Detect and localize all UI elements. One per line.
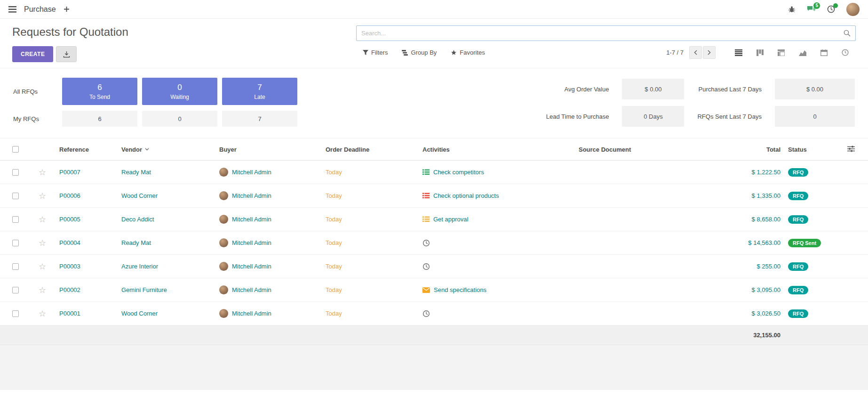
purchased-last-7-days[interactable]: $ 0.00 <box>775 79 855 99</box>
app-name[interactable]: Purchase <box>24 5 56 14</box>
table-row[interactable]: ☆ P00004 Ready Mat Mitchell Admin Today … <box>0 231 868 255</box>
select-all-checkbox[interactable] <box>12 146 19 153</box>
activity-icon[interactable] <box>422 169 430 175</box>
pivot-view-icon[interactable] <box>771 47 792 58</box>
activity-icon[interactable] <box>422 239 430 247</box>
vendor-link[interactable]: Azure Interior <box>121 263 158 270</box>
header-status[interactable]: Status <box>780 146 836 153</box>
table-row[interactable]: ☆ P00001 Wood Corner Mitchell Admin Toda… <box>0 302 868 325</box>
row-checkbox[interactable] <box>12 263 19 270</box>
reference-link[interactable]: P00002 <box>59 286 80 293</box>
header-total[interactable]: Total <box>693 146 780 153</box>
export-button[interactable] <box>56 46 77 62</box>
header-activities[interactable]: Activities <box>422 146 579 153</box>
my-waiting-count[interactable]: 0 <box>142 111 217 127</box>
messages-icon[interactable]: 5 <box>807 6 816 13</box>
row-checkbox[interactable] <box>12 216 19 223</box>
user-avatar[interactable] <box>846 3 860 16</box>
activity-label[interactable]: Check optional products <box>433 192 499 199</box>
vendor-link[interactable]: Ready Mat <box>121 239 151 246</box>
activity-icon[interactable] <box>422 310 430 317</box>
reference-link[interactable]: P00007 <box>59 169 80 176</box>
vendor-link[interactable]: Ready Mat <box>121 169 151 176</box>
reference-link[interactable]: P00004 <box>59 239 80 246</box>
activity-icon[interactable] <box>422 193 430 199</box>
search-icon[interactable] <box>844 30 855 37</box>
activity-icon[interactable] <box>422 263 430 270</box>
vendor-link[interactable]: Gemini Furniture <box>121 286 167 293</box>
rfqs-sent-last-7-days[interactable]: 0 <box>775 106 855 127</box>
tile-to-send[interactable]: 6 To Send <box>62 78 137 105</box>
activity-label[interactable]: Get approval <box>433 216 468 223</box>
vendor-link[interactable]: Deco Addict <box>121 216 154 223</box>
pager-next-button[interactable] <box>703 46 716 59</box>
search-input[interactable] <box>357 30 844 37</box>
buyer-link[interactable]: Mitchell Admin <box>232 239 271 246</box>
header-order-deadline[interactable]: Order Deadline <box>326 146 422 153</box>
buyer-link[interactable]: Mitchell Admin <box>232 169 271 176</box>
header-buyer[interactable]: Buyer <box>219 146 326 153</box>
vendor-link[interactable]: Wood Corner <box>121 310 158 317</box>
buyer-link[interactable]: Mitchell Admin <box>232 310 271 317</box>
favorite-star-icon[interactable]: ☆ <box>39 168 46 177</box>
order-deadline-value: Today <box>326 169 342 176</box>
row-checkbox[interactable] <box>12 169 19 176</box>
optional-columns-icon[interactable] <box>847 146 855 154</box>
buyer-link[interactable]: Mitchell Admin <box>232 286 271 293</box>
avg-order-value[interactable]: $ 0.00 <box>622 79 684 99</box>
reference-link[interactable]: P00006 <box>59 192 80 199</box>
favorite-star-icon[interactable]: ☆ <box>39 262 46 271</box>
debug-bug-icon[interactable] <box>788 6 796 13</box>
activities-clock-icon[interactable] <box>827 5 835 13</box>
lead-time-value[interactable]: 0 Days <box>622 106 684 127</box>
order-deadline-value: Today <box>326 192 342 199</box>
reference-link[interactable]: P00001 <box>59 310 80 317</box>
tile-late[interactable]: 7 Late <box>222 78 297 105</box>
buyer-link[interactable]: Mitchell Admin <box>232 192 271 199</box>
my-to-send-count[interactable]: 6 <box>62 111 137 127</box>
pager-previous-button[interactable] <box>689 46 702 59</box>
my-late-count[interactable]: 7 <box>222 111 297 127</box>
favorite-star-icon[interactable]: ☆ <box>39 215 46 224</box>
apps-menu-icon[interactable] <box>8 6 16 13</box>
table-row[interactable]: ☆ P00006 Wood Corner Mitchell Admin Toda… <box>0 184 868 208</box>
header-reference[interactable]: Reference <box>59 146 121 153</box>
buyer-link[interactable]: Mitchell Admin <box>232 216 271 223</box>
vendor-link[interactable]: Wood Corner <box>121 192 158 199</box>
table-row[interactable]: ☆ P00007 Ready Mat Mitchell Admin Today … <box>0 161 868 184</box>
favorites-button[interactable]: Favorites <box>451 49 485 56</box>
reference-link[interactable]: P00005 <box>59 216 80 223</box>
favorite-star-icon[interactable]: ☆ <box>39 192 46 200</box>
activity-icon[interactable] <box>422 216 430 222</box>
group-by-button[interactable]: Group By <box>402 49 437 56</box>
table-row[interactable]: ☆ P00005 Deco Addict Mitchell Admin Toda… <box>0 208 868 231</box>
favorite-star-icon[interactable]: ☆ <box>39 286 46 294</box>
favorite-star-icon[interactable]: ☆ <box>39 239 46 247</box>
row-checkbox[interactable] <box>12 310 19 317</box>
buyer-avatar <box>219 191 228 200</box>
list-view-icon[interactable] <box>728 47 749 58</box>
graph-view-icon[interactable] <box>792 47 813 58</box>
activity-label[interactable]: Send specifications <box>434 286 486 293</box>
activity-label[interactable]: Check competitors <box>433 169 484 176</box>
favorite-star-icon[interactable]: ☆ <box>39 309 46 318</box>
buyer-link[interactable]: Mitchell Admin <box>232 263 271 270</box>
create-button[interactable]: CREATE <box>12 46 53 62</box>
tile-waiting[interactable]: 0 Waiting <box>142 78 217 105</box>
buyer-avatar <box>219 168 228 177</box>
table-row[interactable]: ☆ P00002 Gemini Furniture Mitchell Admin… <box>0 278 868 302</box>
header-vendor[interactable]: Vendor <box>121 146 219 153</box>
reference-link[interactable]: P00003 <box>59 263 80 270</box>
filters-button[interactable]: Filters <box>363 49 388 56</box>
activity-icon[interactable] <box>422 287 430 293</box>
activity-view-icon[interactable] <box>835 47 856 58</box>
kanban-view-icon[interactable] <box>749 47 771 58</box>
row-checkbox[interactable] <box>12 240 19 246</box>
table-row[interactable]: ☆ P00003 Azure Interior Mitchell Admin T… <box>0 255 868 278</box>
calendar-view-icon[interactable] <box>813 47 835 58</box>
row-checkbox[interactable] <box>12 193 19 199</box>
plus-icon[interactable] <box>64 6 70 12</box>
favorites-label: Favorites <box>460 49 485 56</box>
header-source-document[interactable]: Source Document <box>579 146 693 153</box>
row-checkbox[interactable] <box>12 287 19 293</box>
